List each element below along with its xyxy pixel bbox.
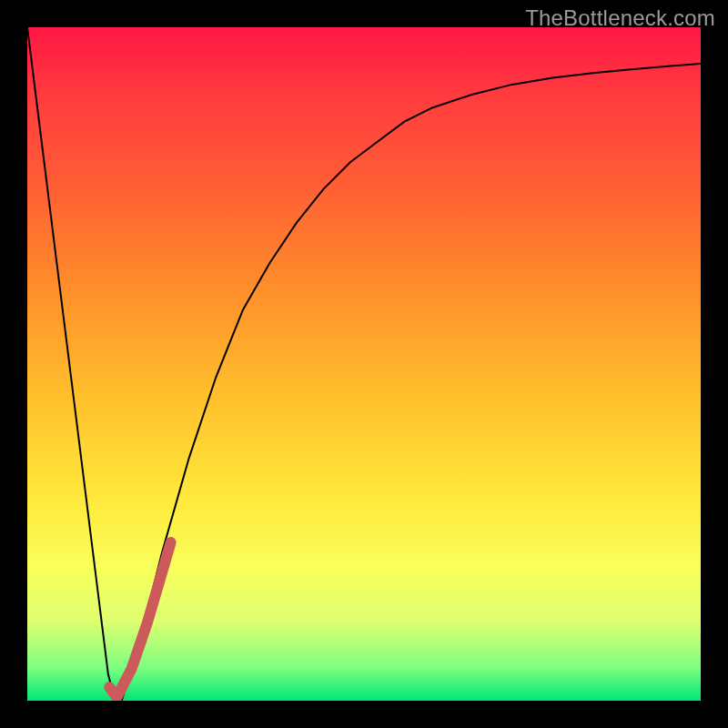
chart-canvas: TheBottleneck.com <box>0 0 728 728</box>
black-curve <box>27 27 701 701</box>
red-elbow <box>109 542 170 697</box>
chart-svg <box>27 27 701 701</box>
plot-area <box>27 27 701 701</box>
